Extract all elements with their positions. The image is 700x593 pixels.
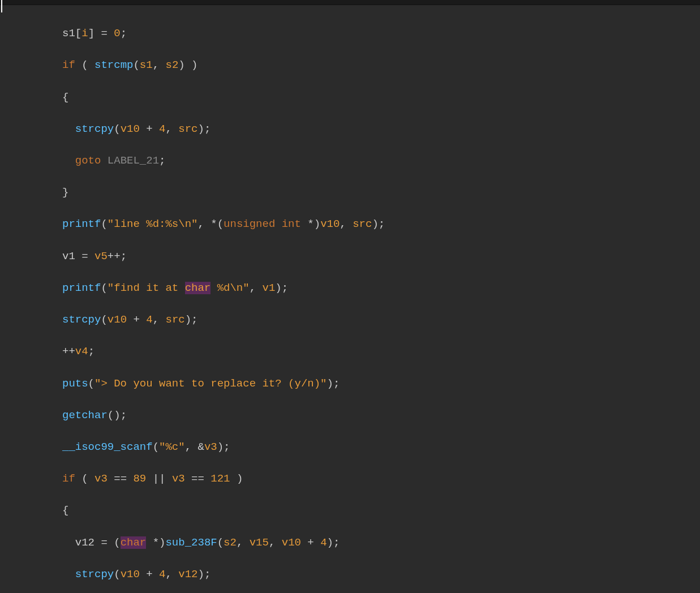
comma: , xyxy=(269,536,282,549)
string-literal: "find it at xyxy=(108,282,185,294)
code-line[interactable]: v12 = (char *)sub_238F(s2, v15, v10 + 4)… xyxy=(62,535,700,551)
number: 0 xyxy=(114,27,120,40)
code-line[interactable]: printf("find it at char %d\n", v1); xyxy=(62,280,700,296)
comma: , *( xyxy=(197,218,224,230)
paren: ( xyxy=(101,313,107,326)
operator: ] = xyxy=(88,27,114,40)
keyword-if: if xyxy=(62,472,75,485)
operator: + xyxy=(140,568,159,581)
variable: v12 xyxy=(75,536,95,549)
number: 89 xyxy=(133,472,146,485)
code-editor[interactable]: s1[i] = 0; if ( strcmp(s1, s2) ) { strcp… xyxy=(0,5,700,593)
string-literal: %d\n" xyxy=(211,282,249,294)
argument: src xyxy=(178,123,197,135)
tab-bar xyxy=(0,0,700,5)
paren: ( xyxy=(75,59,95,71)
code-line[interactable]: { xyxy=(62,502,700,518)
paren: ( xyxy=(101,282,107,294)
paren: ); xyxy=(217,441,230,453)
code-line[interactable]: if ( v3 == 89 || v3 == 121 ) xyxy=(62,471,700,487)
operator: == xyxy=(185,472,211,485)
variable: v1 xyxy=(62,250,75,263)
code-line[interactable]: strcpy(v10 + 4, src); xyxy=(62,312,700,328)
paren: ( xyxy=(75,472,95,485)
variable: v5 xyxy=(95,250,108,263)
function-call: __isoc99_scanf xyxy=(62,441,153,453)
string-literal: "%c" xyxy=(159,441,185,453)
function-call: strcpy xyxy=(62,313,101,326)
brace: } xyxy=(62,186,68,199)
number: 4 xyxy=(320,536,327,549)
paren: ( xyxy=(133,59,139,71)
string-literal: "line %d:%s\n" xyxy=(108,218,198,230)
code-line[interactable]: s1[i] = 0; xyxy=(62,25,700,41)
code-line[interactable]: } xyxy=(62,184,700,200)
cast: *) xyxy=(146,536,165,549)
argument: v12 xyxy=(178,568,197,581)
operator: + xyxy=(301,536,320,549)
argument: v10 xyxy=(108,313,127,326)
operator: = xyxy=(75,250,95,263)
paren: ( xyxy=(101,218,107,230)
code-line[interactable]: strcpy(v10 + 4, src); xyxy=(62,121,700,137)
code-line[interactable]: __isoc99_scanf("%c", &v3); xyxy=(62,439,700,455)
number: 4 xyxy=(159,123,165,135)
comma: , xyxy=(153,59,166,71)
function-call: sub_238F xyxy=(165,536,217,549)
paren: ( xyxy=(114,123,120,135)
code-line[interactable]: if ( strcmp(s1, s2) ) xyxy=(62,57,700,73)
space xyxy=(275,218,281,230)
comma: , xyxy=(340,218,353,230)
paren: ( xyxy=(114,568,120,581)
code-line[interactable]: printf("line %d:%s\n", *(unsigned int *)… xyxy=(62,216,700,232)
code-line[interactable]: { xyxy=(62,89,700,105)
number: 121 xyxy=(211,472,230,485)
code-line[interactable]: strcpy(v10 + 4, v12); xyxy=(62,566,700,582)
comma: , xyxy=(250,282,263,294)
number: 4 xyxy=(159,568,165,581)
variable: v10 xyxy=(320,218,340,230)
highlighted-text: char xyxy=(185,282,211,294)
paren: ( xyxy=(153,441,159,453)
bracket: [ xyxy=(75,27,81,40)
paren: ); xyxy=(275,282,288,294)
argument: src xyxy=(353,218,372,230)
code-line[interactable]: getchar(); xyxy=(62,407,700,423)
variable: v3 xyxy=(172,472,185,485)
keyword-goto: goto xyxy=(75,154,101,167)
semicolon: ; xyxy=(121,27,127,40)
argument: v10 xyxy=(282,536,301,549)
operator: + xyxy=(127,313,146,326)
cast: *) xyxy=(301,218,320,230)
code-line[interactable]: puts("> Do you want to replace it? (y/n)… xyxy=(62,376,700,392)
operator: || xyxy=(146,472,172,485)
comma: , xyxy=(153,313,166,326)
variable: s1 xyxy=(62,27,75,40)
paren: ); xyxy=(185,313,198,326)
argument: s1 xyxy=(140,59,153,71)
keyword-char: char xyxy=(121,536,147,549)
variable: v3 xyxy=(95,472,108,485)
code-line[interactable]: ++v4; xyxy=(62,343,700,359)
argument: v15 xyxy=(250,536,269,549)
brace: { xyxy=(62,91,68,104)
code-line[interactable]: v1 = v5++; xyxy=(62,248,700,264)
code-line[interactable]: goto LABEL_21; xyxy=(62,153,700,169)
operator: == xyxy=(108,472,134,485)
semicolon: ; xyxy=(88,345,95,358)
function-call: strcpy xyxy=(75,568,114,581)
argument: v1 xyxy=(263,282,276,294)
argument: src xyxy=(165,313,184,326)
function-call: getchar xyxy=(62,409,108,422)
paren: ) xyxy=(230,472,243,485)
paren: ( xyxy=(217,536,224,549)
paren: (); xyxy=(108,409,127,422)
variable: i xyxy=(81,27,88,40)
function-call: printf xyxy=(62,218,101,230)
operator: + xyxy=(140,123,159,135)
comma: , xyxy=(165,568,178,581)
paren: ); xyxy=(198,568,211,581)
paren: ); xyxy=(327,536,340,549)
comma: , xyxy=(165,123,178,135)
paren: ); xyxy=(198,123,211,135)
